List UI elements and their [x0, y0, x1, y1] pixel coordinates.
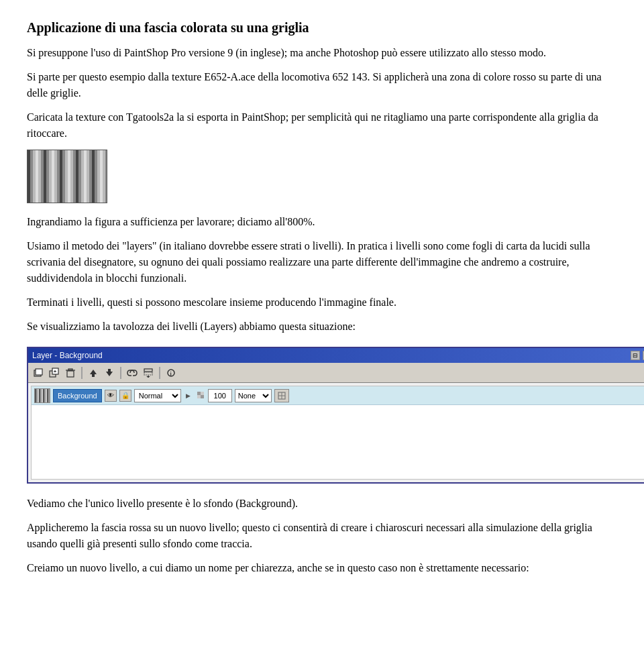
svg-rect-22 [201, 395, 204, 398]
page-title: Applicazione di una fascia colorata su u… [27, 20, 617, 36]
layer-visibility-icon[interactable]: 👁 [105, 390, 117, 402]
move-down-icon[interactable] [102, 366, 117, 380]
svg-rect-21 [197, 395, 201, 398]
svg-rect-1 [36, 369, 42, 375]
toolbar-separator-2 [120, 367, 121, 379]
svg-rect-12 [108, 369, 111, 372]
layer-row-background[interactable]: Background 👁 🔒 Normal Multiply Screen Ov… [32, 386, 644, 405]
move-up-icon[interactable] [86, 366, 101, 380]
layer-name-badge: Background [53, 389, 102, 402]
svg-rect-6 [67, 371, 74, 377]
paragraph-1: Si presuppone l'uso di PaintShop Pro ver… [27, 45, 617, 61]
new-layer-icon[interactable] [31, 366, 46, 380]
paragraph-2: Si parte per questo esempio dalla textur… [27, 69, 617, 101]
layer-toolbar: i [28, 363, 644, 383]
opacity-input[interactable] [208, 389, 232, 402]
svg-marker-9 [90, 370, 97, 374]
float-button[interactable]: ⊟ [631, 351, 640, 360]
svg-rect-14 [144, 372, 152, 375]
svg-marker-16 [146, 376, 150, 378]
link-layers-icon[interactable] [125, 366, 140, 380]
channel-select[interactable]: None [235, 389, 272, 402]
toolbar-separator-3 [159, 367, 160, 379]
layer-thumbnail [34, 388, 50, 403]
svg-rect-10 [92, 374, 95, 377]
merge-layers-icon[interactable] [141, 366, 156, 380]
svg-marker-11 [106, 372, 113, 376]
blend-arrow-icon: ▶ [184, 391, 193, 400]
svg-rect-8 [68, 369, 72, 370]
paragraph-4: Ingrandiamo la figura a sufficienza per … [27, 214, 617, 230]
svg-rect-20 [201, 392, 204, 395]
layer-panel-titlebar: Layer - Background ⊟ × [28, 348, 644, 363]
titlebar-controls: ⊟ × [631, 351, 644, 360]
paragraph-5: Usiamo il metodo dei "layers" (in italia… [27, 238, 617, 286]
layer-extra-icon [274, 389, 289, 402]
opacity-icon [196, 390, 207, 401]
paragraph-8: Vediamo che l'unico livello presente è l… [27, 496, 617, 512]
texture-image-preview [27, 150, 107, 203]
layer-content: Background 👁 🔒 Normal Multiply Screen Ov… [31, 386, 644, 480]
paragraph-10: Creiamo un nuovo livello, a cui diamo un… [27, 560, 617, 576]
layer-panel-title: Layer - Background [32, 351, 103, 360]
delete-layer-icon[interactable] [63, 366, 78, 380]
svg-rect-13 [144, 369, 152, 372]
svg-rect-19 [197, 392, 201, 395]
blend-mode-select[interactable]: Normal Multiply Screen Overlay [134, 389, 181, 402]
paragraph-3: Caricata la texture con Tgatools2a la si… [27, 109, 617, 142]
layer-properties-icon[interactable]: i [164, 366, 178, 380]
paragraph-6: Terminati i livelli, questi si possono m… [27, 294, 617, 311]
paragraph-7: Se visualizziamo la tavolozza dei livell… [27, 319, 617, 335]
layer-lock-icon[interactable]: 🔒 [119, 390, 131, 402]
layer-panel: Layer - Background ⊟ × [27, 347, 644, 484]
duplicate-layer-icon[interactable] [47, 366, 62, 380]
toolbar-separator-1 [81, 367, 83, 379]
paragraph-9: Applicheremo la fascia rossa su un nuovo… [27, 520, 617, 552]
